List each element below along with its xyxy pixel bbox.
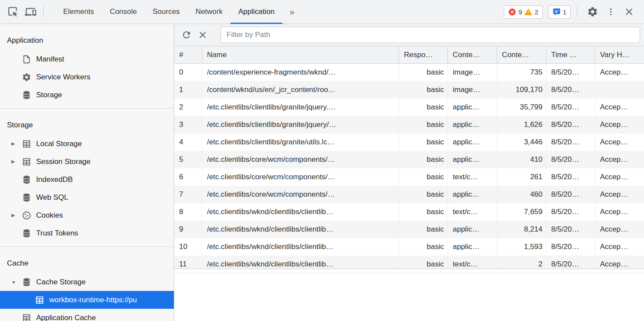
- document-icon: [22, 55, 31, 64]
- sidebar-item-service-workers[interactable]: Service Workers: [0, 68, 174, 86]
- cell-index: 3: [174, 116, 202, 133]
- table-row[interactable]: 10 /etc.clientlibs/wknd/clientlibs/clien…: [174, 238, 644, 256]
- sidebar-item-session-storage[interactable]: Session Storage: [0, 153, 174, 171]
- tab-network[interactable]: Network: [188, 0, 230, 24]
- cell-index: 4: [174, 133, 202, 151]
- cell-vary-header: Accep…: [595, 238, 644, 256]
- sidebar-item-local-storage[interactable]: Local Storage: [0, 135, 174, 153]
- section-title-storage: Storage: [0, 116, 174, 135]
- cell-time: 8/5/20…: [546, 133, 595, 151]
- refresh-icon: [181, 30, 192, 40]
- cell-response-type: basic: [399, 151, 448, 168]
- table-icon: [35, 295, 44, 305]
- table-row[interactable]: 3 /etc.clientlibs/clientlibs/granite/jqu…: [174, 116, 644, 133]
- sidebar-item-manifest[interactable]: Manifest: [0, 50, 174, 68]
- cell-name: /content/experience-fragments/wknd/…: [202, 64, 399, 81]
- device-toolbar-icon: [25, 6, 36, 17]
- cell-time: 8/5/20…: [546, 256, 595, 269]
- tab-console[interactable]: Console: [102, 0, 145, 24]
- more-tabs-chevron[interactable]: »: [282, 7, 302, 17]
- table-row[interactable]: 8 /etc.clientlibs/wknd/clientlibs/client…: [174, 203, 644, 221]
- table-row[interactable]: 1 /content/wknd/us/en/_jcr_content/roo… …: [174, 81, 644, 99]
- cell-vary-header: Accep…: [595, 221, 644, 238]
- issues-badge[interactable]: 1: [548, 5, 571, 19]
- sidebar-item-workbox-cache[interactable]: workbox-runtime-https://pu: [0, 291, 174, 309]
- tab-sources[interactable]: Sources: [145, 0, 187, 24]
- cell-content-type: applic…: [448, 186, 497, 203]
- column-header-content-length[interactable]: Conte…: [497, 46, 546, 63]
- cache-storage-panel: # Name Respo… Conte… Conte… Time … Vary …: [174, 24, 644, 321]
- close-devtools-button[interactable]: [620, 6, 638, 17]
- cell-response-type: basic: [399, 221, 448, 238]
- cell-index: 1: [174, 81, 202, 99]
- cell-content-length: 7,659: [497, 203, 546, 221]
- refresh-button[interactable]: [181, 30, 197, 40]
- cell-time: 8/5/20…: [546, 186, 595, 203]
- cell-response-type: basic: [399, 64, 448, 81]
- table-row[interactable]: 6 /etc.clientlibs/core/wcm/components/… …: [174, 168, 644, 186]
- column-header-content-type[interactable]: Conte…: [448, 46, 497, 63]
- sidebar-item-cookies[interactable]: Cookies: [0, 206, 174, 224]
- column-header-response-type[interactable]: Respo…: [399, 46, 448, 63]
- cell-name: /etc.clientlibs/clientlibs/granite/jquer…: [202, 99, 399, 116]
- devtools-menu-button[interactable]: [603, 7, 619, 17]
- cell-response-type: basic: [399, 238, 448, 256]
- table-row[interactable]: 7 /etc.clientlibs/core/wcm/components/… …: [174, 186, 644, 203]
- section-title-cache: Cache: [0, 254, 174, 273]
- table-row[interactable]: 9 /etc.clientlibs/wknd/clientlibs/client…: [174, 221, 644, 238]
- cell-index: 7: [174, 186, 202, 203]
- gear-icon: [587, 6, 598, 17]
- gear-icon: [22, 72, 31, 82]
- cell-name: /content/wknd/us/en/_jcr_content/roo…: [202, 81, 399, 99]
- chevron-right-icon[interactable]: [11, 159, 22, 164]
- errors-warnings-badge[interactable]: 9 2: [504, 5, 543, 19]
- sidebar-item-application-cache[interactable]: Application Cache: [0, 309, 174, 321]
- sidebar-item-indexeddb[interactable]: IndexedDB: [0, 171, 174, 188]
- table-row[interactable]: 0 /content/experience-fragments/wknd/… b…: [174, 64, 644, 81]
- column-header-vary[interactable]: Vary H…: [595, 46, 644, 63]
- chevron-down-icon[interactable]: [11, 280, 22, 285]
- column-header-index[interactable]: #: [174, 46, 202, 63]
- inspect-element-button[interactable]: [4, 6, 22, 17]
- table-row[interactable]: 11 /etc.clientlibs/wknd/clientlibs/clien…: [174, 256, 644, 269]
- table-row[interactable]: 5 /etc.clientlibs/core/wcm/components/… …: [174, 151, 644, 168]
- cell-response-type: basic: [399, 256, 448, 269]
- chevron-right-icon[interactable]: [11, 212, 22, 218]
- devtools-content: Application Manifest Service Workers Sto…: [0, 24, 644, 321]
- column-header-name[interactable]: Name: [202, 46, 399, 63]
- cache-table-body: 0 /content/experience-fragments/wknd/… b…: [174, 64, 644, 269]
- filter-input[interactable]: [220, 27, 640, 43]
- tab-application[interactable]: Application: [230, 0, 282, 24]
- sidebar-item-cache-storage[interactable]: Cache Storage: [0, 273, 174, 291]
- table-row[interactable]: 4 /etc.clientlibs/clientlibs/granite/uti…: [174, 133, 644, 151]
- toolbar-divider: [43, 6, 44, 17]
- sidebar-item-label: Manifest: [36, 55, 64, 64]
- section-title-application: Application: [0, 31, 174, 50]
- delete-selected-button[interactable]: [197, 30, 214, 40]
- application-sidebar: Application Manifest Service Workers Sto…: [0, 24, 174, 321]
- table-icon: [22, 157, 31, 167]
- chevron-right-icon[interactable]: [11, 141, 22, 147]
- cell-response-type: basic: [399, 168, 448, 186]
- table-row[interactable]: 2 /etc.clientlibs/clientlibs/granite/jqu…: [174, 99, 644, 116]
- cell-time: 8/5/20…: [546, 151, 595, 168]
- three-dots-icon: [606, 7, 616, 17]
- cell-content-length: 2: [497, 256, 546, 269]
- cell-vary-header: Accep…: [595, 64, 644, 81]
- sidebar-item-web-sql[interactable]: Web SQL: [0, 188, 174, 206]
- settings-button[interactable]: [584, 6, 601, 17]
- cell-time: 8/5/20…: [546, 203, 595, 221]
- cell-response-type: basic: [399, 186, 448, 203]
- preview-pane: [174, 273, 644, 321]
- cell-index: 0: [174, 64, 202, 81]
- sidebar-item-storage[interactable]: Storage: [0, 86, 174, 104]
- sidebar-item-label: Session Storage: [36, 157, 91, 166]
- cell-time: 8/5/20…: [546, 238, 595, 256]
- sidebar-item-label: workbox-runtime-https://pu: [49, 296, 137, 304]
- warning-icon: [524, 8, 532, 16]
- table-icon: [22, 313, 31, 321]
- column-header-time[interactable]: Time …: [546, 46, 595, 63]
- sidebar-item-trust-tokens[interactable]: Trust Tokens: [0, 224, 174, 242]
- device-toolbar-button[interactable]: [22, 6, 39, 17]
- tab-elements[interactable]: Elements: [55, 0, 102, 24]
